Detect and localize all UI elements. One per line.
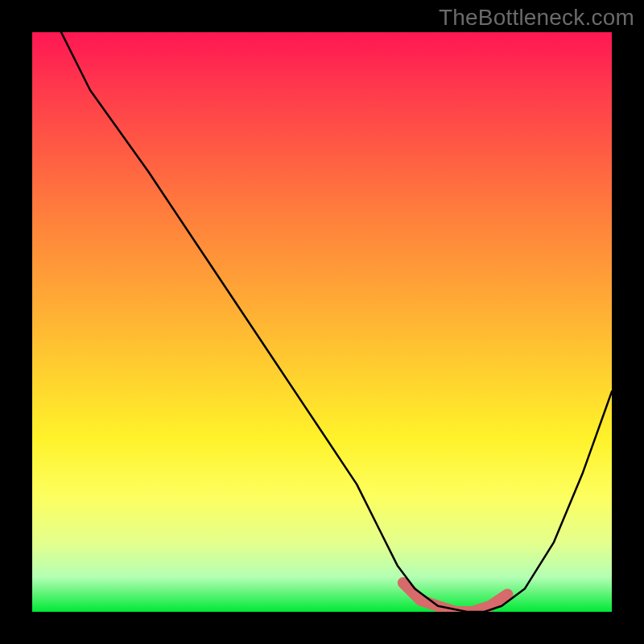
trough-highlight — [403, 583, 508, 612]
bottleneck-curve-line — [61, 32, 612, 612]
chart-frame: TheBottleneck.com — [0, 0, 644, 644]
watermark-text: TheBottleneck.com — [439, 5, 634, 31]
plot-area — [32, 32, 612, 612]
chart-svg — [32, 32, 612, 612]
